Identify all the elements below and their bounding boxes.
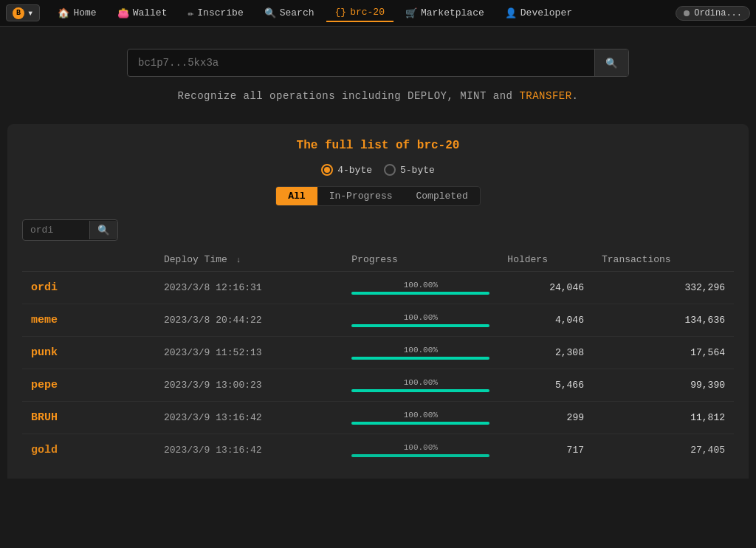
search-input[interactable] xyxy=(128,49,594,76)
filter-input-wrap: 🔍 xyxy=(22,219,118,241)
progress-bar-fill xyxy=(351,324,489,327)
progress-bar-bg xyxy=(351,357,489,360)
byte-option-4[interactable]: 4-byte xyxy=(321,164,372,176)
radio-5byte xyxy=(384,164,396,176)
cell-holders: 5,466 xyxy=(498,369,593,402)
nav-logo-dropdown[interactable]: ▾ xyxy=(27,7,33,19)
nav-item-marketplace[interactable]: 🛒 Marketplace xyxy=(396,4,493,22)
search-button[interactable]: 🔍 xyxy=(594,49,628,76)
filter-search-icon: 🔍 xyxy=(97,225,110,236)
table-row[interactable]: ordi 2023/3/8 12:16:31 100.00% 24,046 33… xyxy=(22,272,734,304)
table-row[interactable]: pepe 2023/3/9 13:00:23 100.00% 5,466 99,… xyxy=(22,369,734,402)
byte-4-label: 4-byte xyxy=(337,165,372,176)
cell-progress: 100.00% xyxy=(343,434,498,467)
nav-item-brc20-label: brc-20 xyxy=(350,7,385,18)
cell-deploy-time: 2023/3/9 13:00:23 xyxy=(155,369,343,402)
nav-item-developer[interactable]: 👤 Developer xyxy=(496,4,581,22)
cell-holders: 4,046 xyxy=(498,304,593,337)
nav-item-brc20[interactable]: {} brc-20 xyxy=(326,4,394,22)
header-row: Deploy Time ↓ Progress Holders Transacti… xyxy=(22,248,734,272)
cell-holders: 24,046 xyxy=(498,272,593,304)
cell-deploy-time: 2023/3/9 13:16:42 xyxy=(155,402,343,434)
nav-item-inscribe[interactable]: ✏️ Inscribe xyxy=(179,4,252,22)
radio-4byte xyxy=(321,164,333,176)
table-row[interactable]: BRUH 2023/3/9 13:16:42 100.00% 299 11,81… xyxy=(22,402,734,434)
cell-deploy-time: 2023/3/9 13:16:42 xyxy=(155,434,343,467)
byte-5-label: 5-byte xyxy=(400,165,435,176)
progress-bar-fill xyxy=(351,454,489,457)
tagline-highlight: TRANSFER xyxy=(519,90,571,102)
progress-label: 100.00% xyxy=(351,443,489,452)
search-section: 🔍 Recognize all operations including DEP… xyxy=(0,27,756,117)
main-content: The full list of brc-20 4-byte 5-byte Al… xyxy=(7,124,749,479)
radio-4byte-fill xyxy=(324,167,330,173)
progress-bar-bg xyxy=(351,324,489,327)
navbar: B ▾ 🏠 Home 👛 Wallet ✏️ Inscribe 🔍 Search… xyxy=(0,0,756,27)
nav-logo[interactable]: B ▾ xyxy=(6,4,40,21)
cell-token-name: meme xyxy=(22,304,155,337)
col-header-progress: Progress xyxy=(343,248,498,272)
ordinals-label: Ordina... xyxy=(694,8,742,18)
cell-deploy-time: 2023/3/8 20:44:22 xyxy=(155,304,343,337)
byte-option-5[interactable]: 5-byte xyxy=(384,164,435,176)
tab-completed[interactable]: Completed xyxy=(405,187,480,205)
byte-toggle: 4-byte 5-byte xyxy=(22,164,734,176)
progress-bar-bg xyxy=(351,422,489,425)
table-row[interactable]: meme 2023/3/8 20:44:22 100.00% 4,046 134… xyxy=(22,304,734,337)
nav-item-home[interactable]: 🏠 Home xyxy=(49,4,105,22)
search-icon: 🔍 xyxy=(605,58,618,69)
table-header: Deploy Time ↓ Progress Holders Transacti… xyxy=(22,248,734,272)
cell-transactions: 17,564 xyxy=(593,337,734,369)
wallet-icon: 👛 xyxy=(117,7,129,19)
status-tab-group: All In-Progress Completed xyxy=(275,186,480,206)
progress-label: 100.00% xyxy=(351,281,489,290)
search-bar: 🔍 xyxy=(127,49,629,77)
developer-icon: 👤 xyxy=(505,7,517,19)
table-body: ordi 2023/3/8 12:16:31 100.00% 24,046 33… xyxy=(22,272,734,467)
cell-holders: 2,308 xyxy=(498,337,593,369)
tab-inprogress[interactable]: In-Progress xyxy=(317,187,405,205)
progress-bar-fill xyxy=(351,292,489,295)
nav-ordinals-button[interactable]: Ordina... xyxy=(676,6,750,21)
cell-transactions: 99,390 xyxy=(593,369,734,402)
table-row[interactable]: punk 2023/3/9 11:52:13 100.00% 2,308 17,… xyxy=(22,337,734,369)
progress-label: 100.00% xyxy=(351,346,489,355)
cell-progress: 100.00% xyxy=(343,337,498,369)
cell-holders: 717 xyxy=(498,434,593,467)
cell-holders: 299 xyxy=(498,402,593,434)
progress-bar-fill xyxy=(351,422,489,425)
progress-label: 100.00% xyxy=(351,313,489,322)
filter-input[interactable] xyxy=(23,220,89,240)
nav-item-wallet-label: Wallet xyxy=(133,7,168,18)
cell-token-name: pepe xyxy=(22,369,155,402)
progress-bar-bg xyxy=(351,454,489,457)
data-table: Deploy Time ↓ Progress Holders Transacti… xyxy=(22,248,734,466)
nav-item-wallet[interactable]: 👛 Wallet xyxy=(109,4,176,22)
tagline-prefix: Recognize all operations including DEPLO… xyxy=(178,90,520,102)
token-name-label: meme xyxy=(31,314,58,326)
col-header-holders: Holders xyxy=(498,248,593,272)
tab-all[interactable]: All xyxy=(276,187,317,205)
nav-item-search-label: Search xyxy=(280,7,315,18)
token-name-label: BRUH xyxy=(31,411,58,424)
progress-bar-fill xyxy=(351,357,489,360)
filter-search-button[interactable]: 🔍 xyxy=(89,221,117,239)
cell-progress: 100.00% xyxy=(343,402,498,434)
table-row[interactable]: gold 2023/3/9 13:16:42 100.00% 717 27,40… xyxy=(22,434,734,467)
cell-transactions: 134,636 xyxy=(593,304,734,337)
status-tabs: All In-Progress Completed xyxy=(22,186,734,206)
cell-progress: 100.00% xyxy=(343,369,498,402)
progress-bar-bg xyxy=(351,292,489,295)
col-header-deploy-time[interactable]: Deploy Time ↓ xyxy=(155,248,343,272)
token-name-label: pepe xyxy=(31,379,58,391)
progress-bar-fill xyxy=(351,389,489,392)
nav-item-inscribe-label: Inscribe xyxy=(197,7,243,18)
cell-token-name: punk xyxy=(22,337,155,369)
col-header-transactions: Transactions xyxy=(593,248,734,272)
cell-transactions: 11,812 xyxy=(593,402,734,434)
section-title: The full list of brc-20 xyxy=(22,139,734,152)
cell-deploy-time: 2023/3/8 12:16:31 xyxy=(155,272,343,304)
nav-item-search[interactable]: 🔍 Search xyxy=(255,4,323,22)
tagline-suffix: . xyxy=(572,90,579,102)
table-wrapper: 🔍 Deploy Time ↓ Progress Holders Transac… xyxy=(22,219,734,466)
